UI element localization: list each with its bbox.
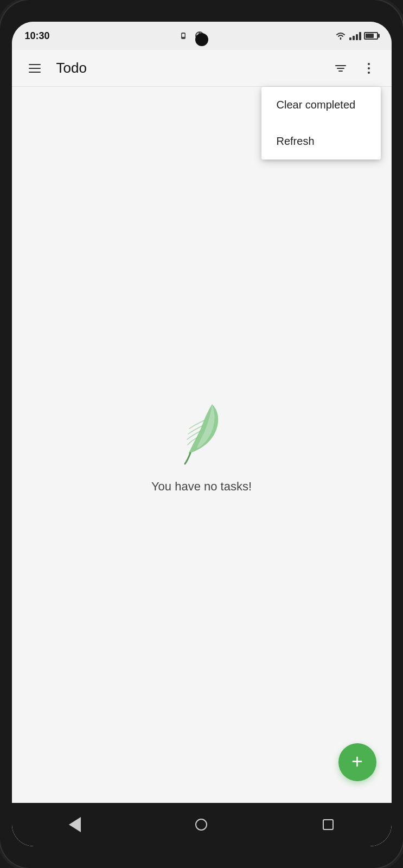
signal-icon [349, 31, 361, 40]
home-icon [195, 819, 207, 831]
app-bar: Todo [12, 50, 392, 87]
main-content: Clear completed Refresh [12, 87, 392, 803]
empty-message: You have no tasks! [151, 480, 252, 494]
camera-dot [195, 33, 208, 46]
fab-plus-icon: + [351, 752, 363, 771]
hamburger-button[interactable] [23, 56, 47, 80]
nav-back-button[interactable] [59, 813, 91, 837]
battery-icon [364, 32, 378, 40]
nav-recents-button[interactable] [312, 813, 344, 837]
add-task-button[interactable]: + [338, 743, 376, 781]
back-icon [69, 817, 81, 832]
status-bar: 10:30 [12, 22, 392, 50]
phone-screen: 10:30 [12, 22, 392, 846]
phone-frame: 10:30 [0, 0, 403, 868]
status-time: 10:30 [25, 30, 50, 42]
status-icons-right [335, 31, 378, 40]
empty-state: You have no tasks! [151, 396, 252, 494]
feather-icon [169, 396, 234, 467]
wifi-icon [335, 31, 347, 40]
filter-icon [335, 65, 346, 72]
recents-icon [323, 819, 334, 830]
more-icon [368, 63, 370, 74]
app-title: Todo [56, 60, 329, 76]
app-bar-actions [329, 56, 381, 80]
nav-home-button[interactable] [185, 813, 218, 837]
dropdown-menu: Clear completed Refresh [261, 87, 381, 159]
refresh-item[interactable]: Refresh [261, 123, 381, 159]
camera-area [180, 22, 223, 50]
clear-completed-item[interactable]: Clear completed [261, 87, 381, 123]
filter-button[interactable] [329, 56, 353, 80]
nav-bar [12, 803, 392, 846]
more-options-button[interactable] [357, 56, 381, 80]
